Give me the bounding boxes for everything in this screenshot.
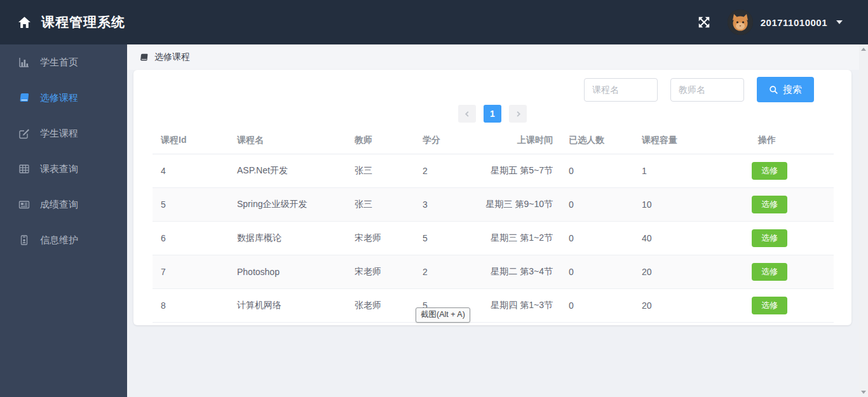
header-course-id: 课程Id — [153, 127, 229, 154]
header-capacity: 课程容量 — [634, 127, 750, 154]
username-label: 201711010001 — [761, 17, 827, 28]
cell-course-id: 6 — [153, 222, 229, 255]
cell-capacity: 20 — [634, 255, 750, 289]
bar-chart-icon — [18, 57, 31, 68]
chevron-down-icon — [836, 20, 843, 24]
prev-page-button[interactable] — [458, 105, 476, 123]
breadcrumb-label: 选修课程 — [154, 51, 190, 63]
sidebar-item-student-courses[interactable]: 学生课程 — [0, 116, 127, 151]
sidebar-item-label: 成绩查询 — [40, 199, 78, 211]
book-icon — [18, 92, 31, 104]
cell-time: 星期五 第5~7节 — [478, 154, 557, 188]
sidebar-item-student-home[interactable]: 学生首页 — [0, 44, 127, 80]
course-table: 课程Id 课程名 教师 学分 上课时间 已选人数 课程容量 操作 4 ASP.N… — [153, 127, 834, 323]
sidebar-item-label: 学生首页 — [40, 57, 78, 69]
cell-course-name: 数据库概论 — [229, 222, 346, 255]
app-brand: 课程管理系统 — [0, 13, 125, 31]
edit-icon — [18, 128, 31, 139]
pagination: 1 — [133, 105, 851, 123]
cell-course-name: Spring企业级开发 — [229, 188, 346, 222]
id-card-icon — [18, 234, 31, 246]
header-credit: 学分 — [414, 127, 478, 154]
course-card: 搜索 1 — [133, 70, 851, 325]
header-time: 上课时间 — [478, 127, 557, 154]
cell-teacher: 宋老师 — [346, 255, 414, 289]
cell-teacher: 张三 — [346, 188, 414, 222]
user-menu[interactable]: 201711010001 — [728, 10, 843, 35]
course-name-input[interactable] — [584, 78, 658, 102]
table-header-row: 课程Id 课程名 教师 学分 上课时间 已选人数 课程容量 操作 — [153, 127, 834, 154]
enroll-button[interactable]: 选修 — [752, 162, 787, 180]
sidebar-item-timetable-query[interactable]: 课表查询 — [0, 151, 127, 187]
table-icon — [18, 163, 31, 175]
cell-time: 星期二 第3~4节 — [478, 255, 557, 289]
user-avatar[interactable] — [728, 10, 753, 35]
cell-chosen: 0 — [557, 255, 634, 289]
cell-capacity: 40 — [634, 222, 750, 255]
cell-credit: 3 — [414, 188, 478, 222]
table-row: 6 数据库概论 宋老师 5 星期三 第1~2节 0 40 选修 — [153, 222, 834, 255]
cell-credit: 5 — [414, 222, 478, 255]
cell-chosen: 0 — [557, 188, 634, 222]
next-page-button[interactable] — [509, 105, 527, 123]
table-row: 7 Photoshop 宋老师 2 星期二 第3~4节 0 20 选修 — [153, 255, 834, 289]
search-toolbar: 搜索 — [133, 70, 851, 102]
cell-chosen: 0 — [557, 289, 634, 323]
top-navbar: 课程管理系统 — [0, 0, 868, 44]
cell-credit: 2 — [414, 255, 478, 289]
cell-capacity: 10 — [634, 188, 750, 222]
search-icon — [769, 85, 778, 95]
cell-teacher: 宋老师 — [346, 222, 414, 255]
search-button[interactable]: 搜索 — [757, 77, 814, 102]
header-action: 操作 — [750, 127, 834, 154]
app-title: 课程管理系统 — [41, 13, 125, 31]
fullscreen-icon[interactable] — [697, 15, 711, 29]
sidebar-item-info-maintenance[interactable]: 信息维护 — [0, 222, 127, 258]
search-button-label: 搜索 — [783, 84, 802, 96]
main-content: 选修课程 搜索 1 — [127, 44, 859, 397]
cell-credit: 2 — [414, 154, 478, 188]
cell-capacity: 1 — [634, 154, 750, 188]
table-row: 8 计算机网络 张老师 5 星期四 第1~3节 0 20 选修 — [153, 289, 834, 323]
sidebar-nav: 学生首页 选修课程 学生课程 课表查询 — [0, 44, 127, 397]
teacher-name-input[interactable] — [670, 78, 744, 102]
cell-course-name: ASP.Net开发 — [229, 154, 346, 188]
header-chosen: 已选人数 — [557, 127, 634, 154]
scrollbar-up-icon[interactable] — [861, 48, 866, 51]
enroll-button[interactable]: 选修 — [752, 263, 787, 281]
cell-course-id: 8 — [153, 289, 229, 323]
screenshot-tooltip: 截图(Alt + A) — [416, 307, 470, 323]
home-icon — [18, 16, 31, 29]
enroll-button[interactable]: 选修 — [752, 196, 787, 213]
sidebar-item-grade-query[interactable]: 成绩查询 — [0, 187, 127, 222]
cell-time: 星期三 第9~10节 — [478, 188, 557, 222]
cell-time: 星期三 第1~2节 — [478, 222, 557, 255]
sidebar-item-label: 选修课程 — [40, 92, 78, 104]
cell-time: 星期四 第1~3节 — [478, 289, 557, 323]
book-icon — [139, 53, 149, 62]
cell-chosen: 0 — [557, 222, 634, 255]
cell-capacity: 20 — [634, 289, 750, 323]
cell-chosen: 0 — [557, 154, 634, 188]
cell-course-name: Photoshop — [229, 255, 346, 289]
course-table-wrap: 课程Id 课程名 教师 学分 上课时间 已选人数 课程容量 操作 4 ASP.N… — [153, 127, 834, 323]
sidebar-item-elective-courses[interactable]: 选修课程 — [0, 80, 127, 116]
header-teacher: 教师 — [346, 127, 414, 154]
cell-course-name: 计算机网络 — [229, 289, 346, 323]
table-row: 5 Spring企业级开发 张三 3 星期三 第9~10节 0 10 选修 — [153, 188, 834, 222]
newspaper-icon — [18, 199, 31, 210]
cell-teacher: 张三 — [346, 154, 414, 188]
enroll-button[interactable]: 选修 — [752, 297, 787, 314]
sidebar-item-label: 学生课程 — [40, 128, 78, 140]
page-scrollbar[interactable] — [859, 44, 868, 397]
enroll-button[interactable]: 选修 — [752, 229, 787, 247]
sidebar-item-label: 信息维护 — [40, 234, 78, 246]
scrollbar-down-icon[interactable] — [861, 391, 866, 394]
cell-teacher: 张老师 — [346, 289, 414, 323]
header-course-name: 课程名 — [229, 127, 346, 154]
sidebar-item-label: 课表查询 — [40, 163, 78, 175]
cell-course-id: 4 — [153, 154, 229, 188]
cell-course-id: 5 — [153, 188, 229, 222]
current-page-button[interactable]: 1 — [484, 105, 501, 123]
table-row: 4 ASP.Net开发 张三 2 星期五 第5~7节 0 1 选修 — [153, 154, 834, 188]
